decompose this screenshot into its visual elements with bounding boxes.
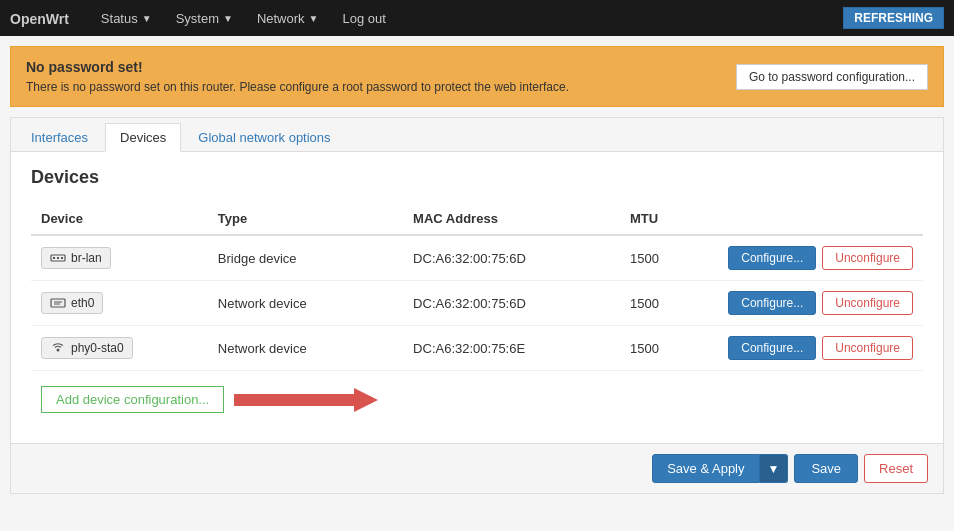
arrow-line — [234, 394, 354, 406]
col-header-mac: MAC Address — [403, 203, 620, 235]
nav-system[interactable]: System ▼ — [164, 0, 245, 36]
configure-button-eth0[interactable]: Configure... — [728, 291, 816, 315]
nav-status[interactable]: Status ▼ — [89, 0, 164, 36]
network-dropdown-arrow: ▼ — [309, 13, 319, 24]
unconfigure-button-eth0[interactable]: Unconfigure — [822, 291, 913, 315]
mac-cell-eth0: DC:A6:32:00:75:6D — [403, 281, 620, 326]
type-cell-br-lan: Bridge device — [208, 235, 403, 281]
mac-cell-phy0-sta0: DC:A6:32:00:75:6E — [403, 326, 620, 371]
add-device-row: Add device configuration... — [31, 371, 923, 428]
save-apply-dropdown-button[interactable]: ▼ — [760, 454, 789, 483]
warning-banner: No password set! There is no password se… — [10, 46, 944, 107]
unconfigure-button-br-lan[interactable]: Unconfigure — [822, 246, 913, 270]
device-cell-br-lan: br-lan — [31, 235, 208, 281]
nav-network[interactable]: Network ▼ — [245, 0, 331, 36]
mtu-cell-eth0: 1500 — [620, 281, 718, 326]
save-button[interactable]: Save — [794, 454, 858, 483]
arrow-head — [354, 388, 378, 412]
configure-button-phy0-sta0[interactable]: Configure... — [728, 336, 816, 360]
nav-logout[interactable]: Log out — [330, 0, 397, 36]
svg-rect-1 — [53, 257, 55, 259]
tab-interfaces[interactable]: Interfaces — [16, 123, 103, 151]
main-content: Interfaces Devices Global network option… — [10, 117, 944, 494]
tab-global-network-options[interactable]: Global network options — [183, 123, 345, 151]
status-dropdown-arrow: ▼ — [142, 13, 152, 24]
col-header-device: Device — [31, 203, 208, 235]
page-content: Devices Device Type MAC Address MTU — [11, 152, 943, 443]
type-cell-eth0: Network device — [208, 281, 403, 326]
brand-text: OpenWrt — [10, 11, 69, 27]
svg-point-7 — [57, 349, 60, 352]
device-cell-phy0-sta0: phy0-sta0 — [31, 326, 208, 371]
bridge-icon — [50, 250, 66, 266]
navbar: OpenWrt Status ▼ System ▼ Network ▼ Log … — [0, 0, 954, 36]
device-cell-eth0: eth0 — [31, 281, 208, 326]
mtu-cell-phy0-sta0: 1500 — [620, 326, 718, 371]
actions-cell-eth0: Configure... Unconfigure — [718, 281, 923, 326]
table-row: br-lan Bridge device DC:A6:32:00:75:6D 1… — [31, 235, 923, 281]
configure-button-br-lan[interactable]: Configure... — [728, 246, 816, 270]
navbar-right: REFRESHING — [843, 7, 944, 29]
wireless-icon — [50, 340, 66, 356]
svg-rect-2 — [57, 257, 59, 259]
network-icon — [50, 295, 66, 311]
mtu-cell-br-lan: 1500 — [620, 235, 718, 281]
page-title: Devices — [31, 167, 923, 188]
svg-rect-4 — [51, 299, 65, 307]
reset-button[interactable]: Reset — [864, 454, 928, 483]
footer-bar: Save & Apply ▼ Save Reset — [11, 443, 943, 493]
device-badge-br-lan: br-lan — [41, 247, 111, 269]
col-header-mtu: MTU — [620, 203, 718, 235]
table-row: eth0 Network device DC:A6:32:00:75:6D 15… — [31, 281, 923, 326]
save-apply-group: Save & Apply ▼ — [652, 454, 788, 483]
device-badge-phy0-sta0: phy0-sta0 — [41, 337, 133, 359]
brand: OpenWrt — [10, 8, 69, 29]
add-device-button[interactable]: Add device configuration... — [41, 386, 224, 413]
col-header-type: Type — [208, 203, 403, 235]
tab-devices[interactable]: Devices — [105, 123, 181, 152]
devices-table: Device Type MAC Address MTU — [31, 203, 923, 371]
password-config-button[interactable]: Go to password configuration... — [736, 64, 928, 90]
unconfigure-button-phy0-sta0[interactable]: Unconfigure — [822, 336, 913, 360]
svg-rect-3 — [61, 257, 63, 259]
mac-cell-br-lan: DC:A6:32:00:75:6D — [403, 235, 620, 281]
refreshing-badge: REFRESHING — [843, 7, 944, 29]
arrow-indicator — [234, 388, 378, 412]
dropdown-arrow-icon: ▼ — [768, 462, 780, 476]
col-header-actions — [718, 203, 923, 235]
actions-cell-phy0-sta0: Configure... Unconfigure — [718, 326, 923, 371]
type-cell-phy0-sta0: Network device — [208, 326, 403, 371]
save-apply-button[interactable]: Save & Apply — [652, 454, 759, 483]
actions-cell-br-lan: Configure... Unconfigure — [718, 235, 923, 281]
system-dropdown-arrow: ▼ — [223, 13, 233, 24]
device-badge-eth0: eth0 — [41, 292, 103, 314]
table-row: phy0-sta0 Network device DC:A6:32:00:75:… — [31, 326, 923, 371]
tabs: Interfaces Devices Global network option… — [11, 118, 943, 152]
